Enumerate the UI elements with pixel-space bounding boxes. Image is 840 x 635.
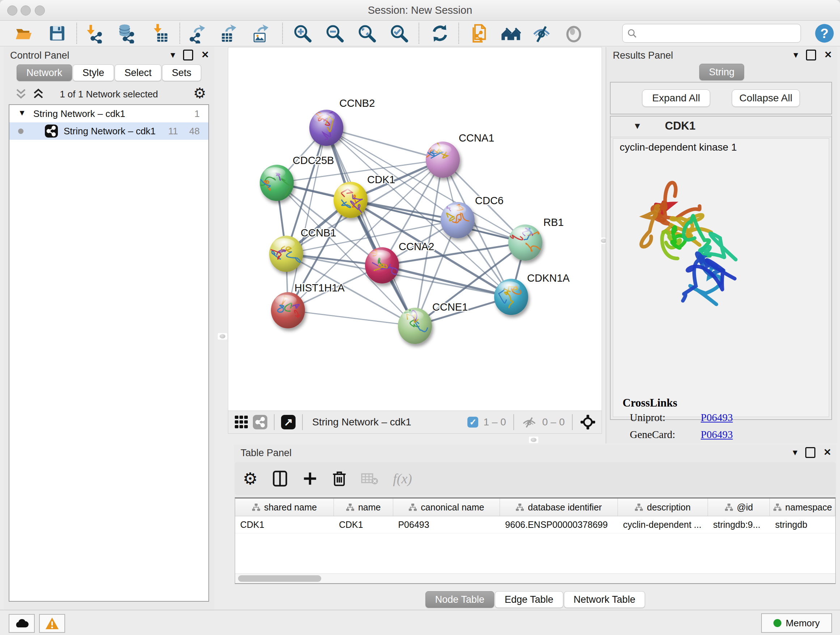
string-network-graph[interactable]: CCNB2CCNA1CDC25BCDK1CDC6RB1CCNB1CCNA2CDK… [228,48,602,411]
table-row[interactable]: CDK1CDK1P064939606.ENSP00000378699cyclin… [235,516,835,533]
panel-menu-icon[interactable]: ▾ [793,49,798,60]
zoom-fit-icon[interactable] [357,23,377,43]
column-header-namespace[interactable]: namespace [770,499,835,516]
protein-structure-image [617,160,832,392]
network-node-RB1[interactable]: RB1 [508,217,564,261]
gene-section-header[interactable]: ▼ CDK1 [611,117,831,137]
panel-menu-icon[interactable]: ▾ [171,49,175,60]
show-columns-icon[interactable] [272,470,288,487]
status-bar: Memory [0,610,840,635]
show-all-icon[interactable] [564,23,584,43]
toolbar-separator [76,23,77,44]
network-edge-count: 48 [189,126,200,137]
import-network-from-database-icon[interactable] [116,23,136,43]
network-share-view-icon[interactable] [253,415,267,429]
network-row-selected[interactable]: String Network – cdk1 11 48 [9,122,208,140]
panel-menu-icon[interactable]: ▾ [793,447,797,458]
node-label: CCNA1 [459,132,494,144]
network-view-title: String Network – cdk1 [312,416,411,428]
import-table-from-file-icon[interactable] [150,23,171,43]
delete-column-icon[interactable] [332,470,347,487]
zoom-out-icon[interactable] [325,23,345,43]
hide-selected-icon[interactable] [531,23,552,43]
bottom-splitter-handle[interactable] [529,437,538,443]
expand-all-button[interactable]: Expand All [642,89,710,107]
panel-float-icon[interactable] [805,447,815,458]
zoom-selected-icon[interactable] [389,23,409,43]
network-node-CCNE1[interactable]: CCNE1 [398,301,468,344]
table-cell: P06493 [393,516,500,533]
gene-collapse-icon[interactable]: ▼ [633,121,642,131]
table-panel-title: Table Panel [240,448,292,459]
tab-network[interactable]: Network [17,65,72,81]
node-label: CCNB2 [339,97,375,109]
search-input[interactable] [641,26,795,41]
memory-button[interactable]: Memory [761,613,832,633]
tab-node-table[interactable]: Node Table [425,591,494,608]
grid-view-icon[interactable] [234,415,248,429]
string-import-icon[interactable] [470,23,490,43]
hidden-counts: 0 – 0 [542,416,565,428]
network-collection-row[interactable]: ▼ String Network – cdk1 1 [9,105,208,122]
selected-checkbox-icon[interactable]: ✓ [467,417,478,428]
node-label: CDKN1A [527,272,570,284]
column-header-canonical-name[interactable]: canonical name [393,499,500,516]
network-options-gear-icon[interactable]: ⚙ [193,85,206,101]
collapse-all-button[interactable]: Collapse All [732,89,800,107]
crosslink-link[interactable]: P06493 [701,412,733,424]
control-panel: Control Panel ▾ ✕ NetworkStyleSelectSets… [4,47,214,610]
tab-string[interactable]: String [699,64,745,80]
panel-float-icon[interactable] [183,50,193,60]
column-header-@id[interactable]: @id [708,499,770,516]
crosslink-link[interactable]: P06493 [701,429,733,440]
tab-sets[interactable]: Sets [162,65,201,81]
pan-crosshair-icon[interactable] [580,414,596,430]
collection-expand-icon[interactable]: ▼ [18,108,26,118]
toolbar-separator [458,23,459,44]
network-node-CCNA1[interactable]: CCNA1 [424,132,494,178]
export-table-icon[interactable] [218,23,239,43]
export-network-icon[interactable] [188,23,208,43]
add-column-icon[interactable] [302,471,317,486]
homes-icon[interactable] [501,23,521,43]
toolbar-separator [418,23,419,44]
table-hscrollbar[interactable] [235,573,835,583]
export-image-icon[interactable] [251,23,271,43]
table-hscrollbar-thumb[interactable] [238,575,321,582]
save-session-icon[interactable] [47,23,67,43]
tab-edge-table[interactable]: Edge Table [495,591,563,608]
zoom-in-icon[interactable] [292,23,313,43]
panel-close-icon[interactable]: ✕ [823,447,831,458]
column-header-description[interactable]: description [618,499,708,516]
left-splitter-handle[interactable] [218,333,227,340]
import-network-from-file-icon[interactable] [84,23,104,43]
warnings-button[interactable] [39,614,65,633]
search-icon [627,28,637,38]
open-session-icon[interactable] [14,23,34,43]
refresh-icon[interactable] [430,23,450,43]
search-field[interactable] [622,24,801,43]
warning-icon [45,617,59,630]
network-node-CCNB1[interactable]: CCNB1 [269,227,336,272]
network-canvas[interactable]: CCNB2CCNA1CDC25BCDK1CDC6RB1CCNB1CCNA2CDK… [228,47,602,411]
network-edge[interactable] [288,310,415,326]
help-icon[interactable]: ? [814,23,835,43]
tab-network-table[interactable]: Network Table [564,591,645,608]
table-cell: 9606.ENSP00000378699 [500,516,618,533]
network-node-HIST1H1A[interactable]: HIST1H1A [271,282,345,328]
column-header-name[interactable]: name [334,499,393,516]
panel-float-icon[interactable] [806,50,816,60]
panel-close-icon[interactable]: ✕ [201,49,209,60]
table-options-gear-icon[interactable]: ⚙ [243,469,257,488]
column-header-shared-name[interactable]: shared name [235,499,334,516]
tab-select[interactable]: Select [115,65,161,81]
column-header-database-identifier[interactable]: database identifier [500,499,617,516]
network-node-CDKN1A[interactable]: CDKN1A [494,272,570,315]
tab-style[interactable]: Style [73,65,114,81]
panel-close-icon[interactable]: ✕ [824,49,832,60]
birdseye-view-icon[interactable]: ↗ [281,415,295,429]
node-label: CDC25B [293,155,334,166]
node-label: CDC6 [475,195,504,206]
cloud-button[interactable] [9,614,35,633]
network-edge[interactable] [326,128,415,326]
